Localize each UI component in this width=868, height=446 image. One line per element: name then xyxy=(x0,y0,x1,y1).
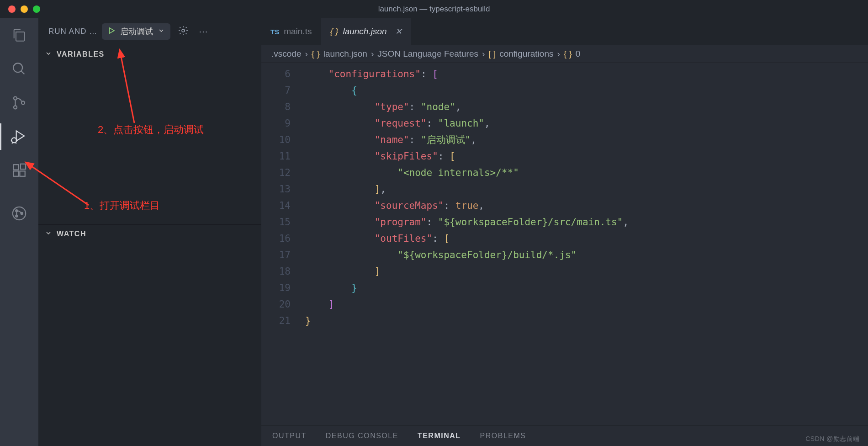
svg-point-0 xyxy=(13,63,22,72)
chevron-down-icon xyxy=(45,50,52,59)
play-icon xyxy=(107,27,116,37)
sidebar-header: RUN AND … 启动调试 ⋯ xyxy=(38,18,261,45)
breadcrumb-item[interactable]: configurations xyxy=(499,49,553,59)
minimize-window-button[interactable] xyxy=(21,5,28,13)
search-icon[interactable] xyxy=(11,60,28,78)
window-controls xyxy=(0,5,40,13)
json-icon: { } xyxy=(312,49,320,59)
extensions-icon[interactable] xyxy=(11,162,28,179)
titlebar: launch.json — typescript-esbuild xyxy=(0,0,868,18)
json-icon: { } xyxy=(564,49,572,59)
chevron-right-icon: › xyxy=(557,49,560,59)
breadcrumbs[interactable]: .vscode › { } launch.json › JSON Languag… xyxy=(261,45,868,63)
svg-line-1 xyxy=(21,71,24,74)
variables-header[interactable]: VARIABLES xyxy=(38,45,261,64)
svg-point-3 xyxy=(14,106,17,109)
chevron-down-icon xyxy=(45,229,52,239)
svg-rect-11 xyxy=(13,171,18,176)
code-editor[interactable]: 6789101112131415161718192021 "configurat… xyxy=(261,63,868,425)
start-debug-button[interactable]: 启动调试 xyxy=(102,23,170,40)
svg-point-4 xyxy=(21,101,25,104)
tab-launch-json[interactable]: { } launch.json ✕ xyxy=(321,18,411,45)
gear-icon[interactable] xyxy=(175,25,191,38)
activity-bar xyxy=(0,18,38,446)
breadcrumb-item[interactable]: 0 xyxy=(576,49,581,59)
chevron-right-icon: › xyxy=(371,49,374,59)
line-gutter: 6789101112131415161718192021 xyxy=(261,63,305,425)
svg-point-16 xyxy=(16,215,17,217)
typescript-icon: TS xyxy=(270,28,279,36)
chevron-right-icon: › xyxy=(482,49,485,59)
tab-main-ts[interactable]: TS main.ts xyxy=(261,18,321,45)
debug-sidebar: RUN AND … 启动调试 ⋯ VARIABLES xyxy=(38,18,261,446)
more-icon[interactable]: ⋯ xyxy=(196,26,211,37)
svg-rect-10 xyxy=(13,165,18,170)
chevron-down-icon xyxy=(158,27,165,37)
array-icon: [ ] xyxy=(488,49,496,59)
variables-title: VARIABLES xyxy=(57,50,105,58)
annotation-step1: 1、打开调试栏目 xyxy=(84,199,160,212)
watch-header[interactable]: WATCH xyxy=(38,225,261,243)
panel-tab-problems[interactable]: PROBLEMS xyxy=(480,432,526,440)
panel-tab-output[interactable]: OUTPUT xyxy=(272,432,307,440)
tab-label: main.ts xyxy=(284,27,312,37)
svg-point-2 xyxy=(14,97,17,100)
watermark: CSDN @励志前端 xyxy=(805,435,860,443)
svg-point-18 xyxy=(182,29,185,32)
maximize-window-button[interactable] xyxy=(33,5,40,13)
tab-label: launch.json xyxy=(343,27,386,37)
editor-tabs: TS main.ts { } launch.json ✕ xyxy=(261,18,868,45)
svg-point-17 xyxy=(21,212,23,214)
run-config-label: 启动调试 xyxy=(120,26,153,37)
variables-body: 2、点击按钮，启动调试 1、打开调试栏目 xyxy=(38,64,261,224)
explorer-icon[interactable] xyxy=(11,27,28,44)
svg-rect-12 xyxy=(20,171,25,176)
bottom-panel: OUTPUT DEBUG CONSOLE TERMINAL PROBLEMS C… xyxy=(261,425,868,446)
main-area: RUN AND … 启动调试 ⋯ VARIABLES xyxy=(0,18,868,446)
editor-area: TS main.ts { } launch.json ✕ .vscode › {… xyxy=(261,18,868,446)
breadcrumb-item[interactable]: JSON Language Features xyxy=(377,49,478,59)
watch-section: WATCH xyxy=(38,224,261,243)
breadcrumb-item[interactable]: launch.json xyxy=(323,49,367,59)
annotation-step2: 2、点击按钮，启动调试 xyxy=(98,123,204,137)
sidebar-title: RUN AND … xyxy=(48,27,97,36)
json-icon: { } xyxy=(330,27,338,37)
variables-section: VARIABLES 2、点击按钮，启动调试 1、打开调试栏目 xyxy=(38,45,261,224)
panel-tab-terminal[interactable]: TERMINAL xyxy=(418,432,461,440)
run-debug-icon[interactable] xyxy=(11,128,28,145)
watch-title: WATCH xyxy=(57,230,86,238)
svg-line-9 xyxy=(16,143,16,143)
svg-line-8 xyxy=(12,143,13,143)
svg-rect-13 xyxy=(21,164,26,169)
window-title: launch.json — typescript-esbuild xyxy=(378,5,490,14)
close-window-button[interactable] xyxy=(8,5,16,13)
panel-tab-debug-console[interactable]: DEBUG CONSOLE xyxy=(326,432,398,440)
source-control-icon[interactable] xyxy=(11,94,28,112)
close-icon[interactable]: ✕ xyxy=(392,27,402,37)
chevron-right-icon: › xyxy=(305,49,307,59)
svg-point-14 xyxy=(13,207,26,220)
git-graph-icon[interactable] xyxy=(11,205,28,222)
code-content[interactable]: "configurations": [ { "type": "node", "r… xyxy=(305,63,868,425)
breadcrumb-item[interactable]: .vscode xyxy=(271,49,301,59)
